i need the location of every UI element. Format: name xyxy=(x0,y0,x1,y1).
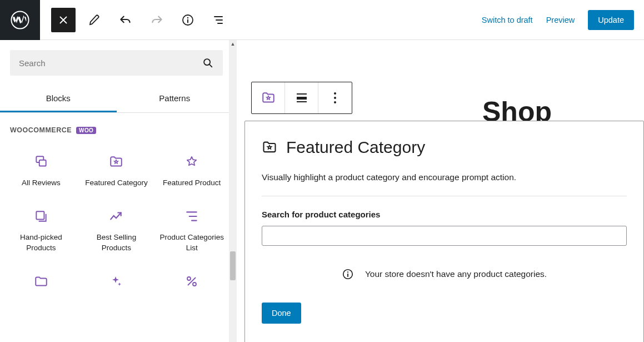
inserter-tabs: Blocks Patterns xyxy=(0,86,233,113)
redo-button[interactable] xyxy=(144,8,169,32)
divider xyxy=(262,196,627,196)
editor-topbar: Switch to draft Preview Update xyxy=(0,0,644,40)
align-button[interactable] xyxy=(285,82,318,113)
svg-point-4 xyxy=(204,59,210,65)
block-featured-product[interactable]: Featured Product xyxy=(154,144,229,199)
svg-point-15 xyxy=(334,101,336,103)
svg-rect-12 xyxy=(297,101,307,102)
folder-icon xyxy=(34,274,48,289)
block-toolbar xyxy=(251,82,352,114)
block-item[interactable] xyxy=(154,264,229,299)
svg-point-14 xyxy=(334,97,336,99)
undo-button[interactable] xyxy=(113,8,138,32)
search-icon xyxy=(202,57,214,69)
inserter-search[interactable] xyxy=(10,50,223,76)
stack-icon xyxy=(34,209,48,224)
woo-badge: WOO xyxy=(76,127,96,134)
block-all-reviews[interactable]: All Reviews xyxy=(3,144,79,199)
inserter-scroll[interactable]: WOOCOMMERCE WOO All Reviews Featured Cat… xyxy=(0,113,233,342)
topbar-left-actions xyxy=(40,8,231,32)
featured-category-icon xyxy=(262,140,277,155)
search-input[interactable] xyxy=(19,58,202,68)
topbar-right-actions: Switch to draft Preview Update xyxy=(482,10,644,30)
editor-canvas: Shop Featured Category Visually highligh… xyxy=(233,40,644,342)
svg-rect-6 xyxy=(39,160,46,166)
svg-rect-3 xyxy=(187,19,188,23)
svg-point-17 xyxy=(347,271,348,272)
block-categories-list[interactable]: Product Categories List xyxy=(154,199,229,264)
list-icon xyxy=(184,209,199,224)
sparkle-icon xyxy=(109,274,123,289)
svg-point-2 xyxy=(187,17,188,18)
trending-icon xyxy=(109,209,123,224)
svg-point-8 xyxy=(187,277,191,280)
block-item[interactable] xyxy=(79,264,154,299)
block-description: Visually highlight a product category an… xyxy=(262,172,627,182)
featured-category-block: Featured Category Visually highlight a p… xyxy=(244,121,644,342)
wordpress-logo[interactable] xyxy=(0,0,40,40)
search-categories-label: Search for product categories xyxy=(262,210,627,219)
block-inserter: Blocks Patterns WOOCOMMERCE WOO All Revi… xyxy=(0,40,233,342)
empty-state: Your store doesn't have any product cate… xyxy=(262,268,627,280)
svg-rect-18 xyxy=(347,274,348,277)
svg-point-13 xyxy=(334,92,336,95)
update-button[interactable]: Update xyxy=(588,10,634,30)
percent-icon xyxy=(185,274,198,289)
category-search-input[interactable] xyxy=(262,226,627,246)
category-heading: WOOCOMMERCE WOO xyxy=(3,113,229,144)
edit-icon[interactable] xyxy=(82,8,107,32)
block-item[interactable] xyxy=(3,264,79,299)
info-button[interactable] xyxy=(176,8,200,32)
block-best-selling[interactable]: Best Selling Products xyxy=(79,199,154,264)
block-title: Featured Category xyxy=(286,138,425,157)
done-button[interactable]: Done xyxy=(262,303,301,324)
block-hand-picked[interactable]: Hand-picked Products xyxy=(3,199,79,264)
svg-rect-7 xyxy=(36,211,44,219)
block-type-button[interactable] xyxy=(252,82,285,113)
reviews-icon xyxy=(34,154,48,170)
switch-draft-link[interactable]: Switch to draft xyxy=(482,16,533,24)
close-inserter-button[interactable] xyxy=(51,8,76,32)
info-icon xyxy=(342,268,354,280)
editor-content: Blocks Patterns WOOCOMMERCE WOO All Revi… xyxy=(0,40,644,342)
tab-patterns[interactable]: Patterns xyxy=(117,86,233,112)
tab-blocks[interactable]: Blocks xyxy=(0,86,117,112)
svg-rect-11 xyxy=(297,97,307,100)
svg-point-9 xyxy=(193,282,196,286)
preview-link[interactable]: Preview xyxy=(546,16,575,24)
more-options-button[interactable] xyxy=(318,82,352,113)
featured-category-icon xyxy=(109,154,123,170)
star-icon xyxy=(185,154,198,170)
block-featured-category[interactable]: Featured Category xyxy=(79,144,154,199)
list-view-button[interactable] xyxy=(207,8,231,32)
svg-rect-10 xyxy=(297,93,307,95)
